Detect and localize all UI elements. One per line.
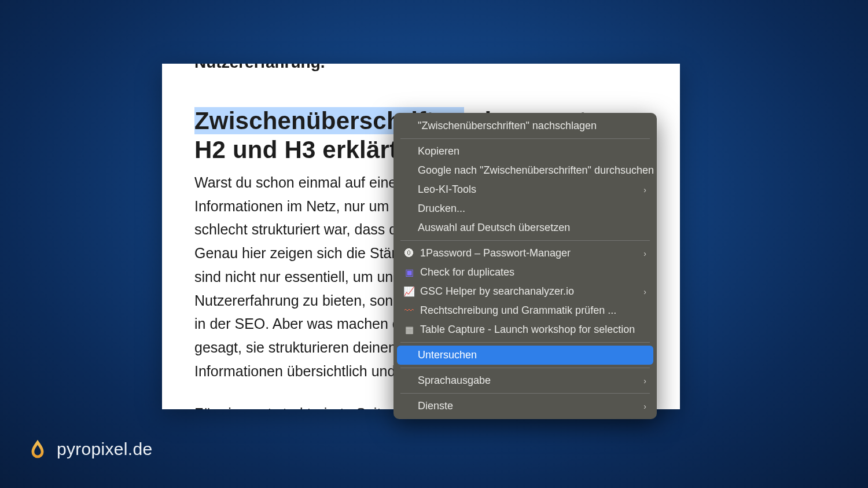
menu-separator: [400, 240, 650, 241]
menu-item[interactable]: 〰Rechtschreibung und Grammatik prüfen ..…: [397, 301, 653, 320]
menu-item-label: 1Password – Passwort-Manager: [420, 247, 571, 259]
menu-item-label: "Zwischenüberschriften" nachschlagen: [418, 120, 597, 132]
menu-item[interactable]: Untersuchen: [397, 346, 653, 365]
menu-item-label: Drucken...: [418, 203, 465, 215]
menu-item[interactable]: "Zwischenüberschriften" nachschlagen: [397, 116, 653, 135]
chevron-right-icon: ›: [643, 376, 646, 386]
onepassword-icon: ⓿: [404, 248, 414, 259]
menu-item[interactable]: ▣Check for duplicates: [397, 263, 653, 282]
menu-item[interactable]: Google nach "Zwischenüberschriften" durc…: [397, 161, 653, 180]
menu-item-label: GSC Helper by searchanalyzer.io: [420, 285, 574, 298]
menu-item[interactable]: Leo-KI-Tools›: [397, 180, 653, 199]
menu-separator: [400, 368, 650, 368]
brand-text: pyropixel.de: [57, 439, 152, 459]
brand-logo: pyropixel.de: [27, 438, 152, 460]
menu-item[interactable]: Auswahl auf Deutsch übersetzen: [397, 218, 653, 237]
duplicate-icon: ▣: [404, 267, 414, 278]
menu-item-label: Untersuchen: [418, 349, 477, 361]
table-icon: ▦: [404, 324, 414, 335]
menu-item[interactable]: 📈GSC Helper by searchanalyzer.io›: [397, 282, 653, 301]
stage: Nutzererfahrung. Zwischenüberschriften c…: [0, 0, 868, 488]
menu-item-label: Rechtschreibung und Grammatik prüfen ...: [420, 304, 616, 317]
menu-item-label: Sprachausgabe: [418, 375, 491, 387]
menu-item-label: Dienste: [418, 400, 453, 412]
menu-item[interactable]: Kopieren: [397, 142, 653, 161]
menu-item-label: Auswahl auf Deutsch übersetzen: [418, 222, 570, 234]
chart-icon: 📈: [404, 286, 414, 297]
menu-item[interactable]: Drucken...: [397, 199, 653, 218]
fragment-above: Nutzererfahrung.: [194, 64, 648, 72]
menu-item[interactable]: Dienste›: [397, 397, 653, 416]
menu-separator: [400, 138, 650, 139]
menu-separator: [400, 393, 650, 394]
chevron-right-icon: ›: [643, 185, 646, 195]
menu-item-label: Kopieren: [418, 145, 459, 157]
menu-item[interactable]: ⓿1Password – Passwort-Manager›: [397, 244, 653, 263]
menu-item-label: Table Capture - Launch workshop for sele…: [420, 324, 635, 336]
menu-item-label: Check for duplicates: [420, 266, 514, 278]
menu-item[interactable]: Sprachausgabe›: [397, 371, 653, 390]
menu-item[interactable]: ▦Table Capture - Launch workshop for sel…: [397, 320, 653, 339]
menu-item-label: Google nach "Zwischenüberschriften" durc…: [418, 164, 654, 177]
menu-item-label: Leo-KI-Tools: [418, 184, 476, 196]
chevron-right-icon: ›: [643, 249, 646, 258]
menu-separator: [400, 342, 650, 343]
chevron-right-icon: ›: [643, 287, 646, 296]
chevron-right-icon: ›: [643, 402, 646, 411]
flame-icon: [27, 438, 49, 460]
context-menu: "Zwischenüberschriften" nachschlagenKopi…: [393, 113, 657, 419]
spellcheck-icon: 〰: [404, 306, 414, 316]
